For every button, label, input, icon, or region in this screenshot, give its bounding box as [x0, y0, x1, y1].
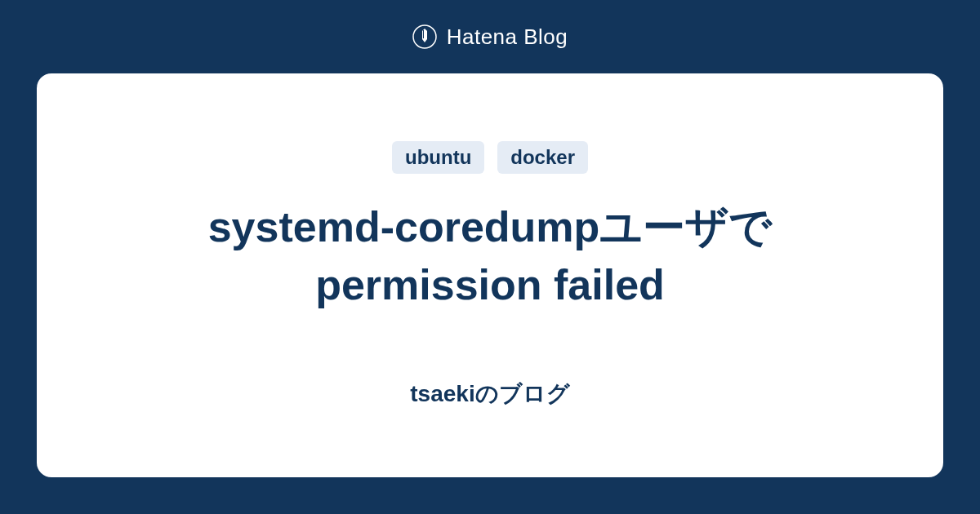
- content-card: ubuntu docker systemd-coredumpユーザでpermis…: [37, 73, 943, 477]
- header: Hatena Blog: [412, 0, 568, 73]
- brand-name: Hatena Blog: [447, 24, 568, 50]
- blog-name: tsaekiのブログ: [410, 379, 569, 410]
- tag-list: ubuntu docker: [392, 141, 588, 174]
- article-title: systemd-coredumpユーザでpermission failed: [122, 198, 858, 312]
- hatena-logo-icon: [412, 24, 437, 49]
- tag[interactable]: docker: [497, 141, 588, 174]
- tag[interactable]: ubuntu: [392, 141, 484, 174]
